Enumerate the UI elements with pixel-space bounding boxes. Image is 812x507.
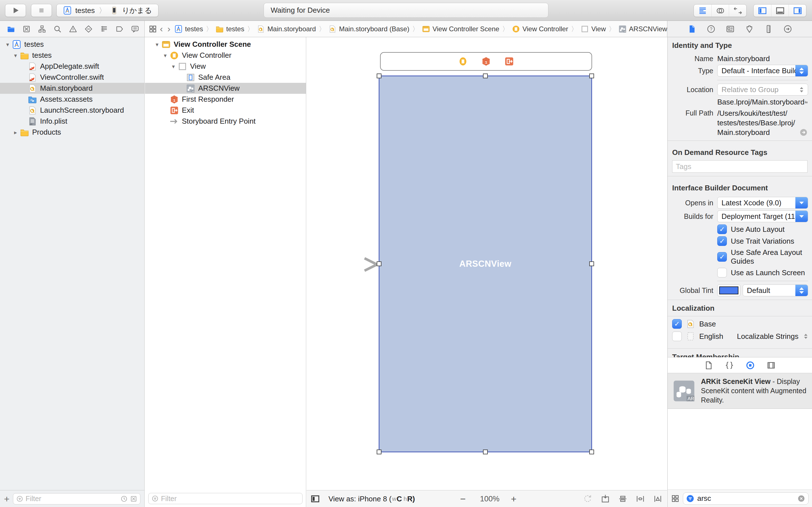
library-grid-toggle[interactable] xyxy=(671,494,679,503)
tree-row[interactable]: Main.storyboard xyxy=(0,83,144,94)
location-popup[interactable]: Relative to Group xyxy=(717,83,808,96)
breadcrumb-item[interactable]: 〉 View Controller Scene xyxy=(409,24,499,34)
global-tint-colorwell[interactable] xyxy=(717,284,741,296)
checkbox[interactable] xyxy=(717,236,727,246)
resize-handle-top-left[interactable] xyxy=(377,73,382,78)
checkbox-item-row[interactable]: Base xyxy=(672,319,808,329)
tags-field[interactable]: Tags xyxy=(672,160,808,173)
tree-row[interactable]: Storyboard Entry Point xyxy=(145,116,306,127)
identity-inspector-icon[interactable] xyxy=(726,24,735,34)
tree-row[interactable]: AppDelegate.swift xyxy=(0,61,144,72)
navigator-filter-field[interactable]: Filter xyxy=(13,493,140,504)
resize-handle-bottom-left[interactable] xyxy=(377,450,382,454)
back-button[interactable]: ‹ xyxy=(160,24,163,34)
outline-toggle-icon[interactable] xyxy=(310,494,320,504)
tree-row[interactable]: Info.plist xyxy=(0,116,144,127)
tree-row[interactable]: First Responder xyxy=(145,94,306,105)
zoom-level[interactable]: 100% xyxy=(473,490,507,507)
disclosure-triangle[interactable]: ▾ xyxy=(169,63,177,70)
source-control-status-icon[interactable] xyxy=(130,495,137,503)
tree-row[interactable]: Assets.xcassets xyxy=(0,94,144,105)
zoom-out-button[interactable]: − xyxy=(455,490,471,507)
media-library-icon[interactable] xyxy=(767,361,776,370)
opens-in-popup[interactable]: Latest Xcode (9.0) xyxy=(717,197,808,209)
disclosure-triangle[interactable]: ▾ xyxy=(11,52,20,59)
reveal-folder-icon[interactable] xyxy=(804,98,808,107)
checkbox[interactable] xyxy=(717,268,727,277)
checkbox-row[interactable]: Use Safe Area Layout Guides xyxy=(717,248,808,266)
size-inspector-icon[interactable] xyxy=(764,24,773,34)
file-inspector-icon[interactable] xyxy=(688,24,696,34)
checkbox[interactable] xyxy=(672,319,682,329)
add-constraints-icon[interactable] xyxy=(636,494,645,504)
checkbox-row[interactable]: Use as Launch Screen xyxy=(717,268,808,277)
global-tint-popup[interactable]: Default xyxy=(743,284,808,296)
breadcrumb-item[interactable]: 〉 Main.storyboard xyxy=(244,24,316,34)
embed-in-stack-icon[interactable] xyxy=(601,494,610,504)
checkbox-row[interactable]: Use Auto Layout xyxy=(717,224,808,234)
forward-button[interactable]: › xyxy=(167,24,170,34)
version-editor-button[interactable] xyxy=(729,4,746,17)
recent-files-icon[interactable] xyxy=(120,495,128,503)
resize-handle-top-right[interactable] xyxy=(589,73,594,78)
toggle-debug-area-button[interactable] xyxy=(771,4,789,17)
stop-button[interactable] xyxy=(31,4,52,17)
resolve-autolayout-icon[interactable] xyxy=(653,494,663,504)
library-search-field[interactable]: arsc xyxy=(683,492,809,505)
builds-for-popup[interactable]: Deployment Target (11.2) xyxy=(717,210,808,222)
tree-row[interactable]: Exit xyxy=(145,105,306,116)
breadcrumb-item[interactable]: 〉 View xyxy=(568,24,606,34)
report-navigator-icon[interactable] xyxy=(131,25,139,33)
attributes-inspector-icon[interactable] xyxy=(745,24,754,34)
name-value[interactable]: Main.storyboard xyxy=(717,54,770,63)
resize-handle-right[interactable] xyxy=(589,262,594,266)
align-icon[interactable] xyxy=(618,494,627,504)
toggle-inspector-button[interactable] xyxy=(789,4,806,17)
tree-row[interactable]: ▾ testes xyxy=(0,39,144,50)
breadcrumb-item[interactable]: 〉 testes xyxy=(174,25,203,33)
storyboard-canvas[interactable]: ARSCNView xyxy=(306,37,667,490)
first-responder-dock-icon[interactable] xyxy=(481,56,491,66)
exit-dock-icon[interactable] xyxy=(504,56,514,66)
issue-navigator-icon[interactable] xyxy=(69,25,77,33)
resize-handle-bottom[interactable] xyxy=(483,450,488,454)
item-value[interactable]: Localizable Strings xyxy=(737,332,799,341)
disclosure-triangle[interactable]: ▾ xyxy=(153,41,161,48)
assistant-editor-button[interactable] xyxy=(711,4,729,17)
disclosure-triangle[interactable]: ▾ xyxy=(3,41,12,48)
outline-filter-field[interactable]: Filter xyxy=(148,493,303,504)
source-control-navigator-icon[interactable] xyxy=(22,25,31,33)
project-navigator-icon[interactable] xyxy=(7,25,15,33)
code-snippet-library-icon[interactable] xyxy=(725,361,734,370)
view-as-control[interactable]: View as: iPhone 8 (wChR) xyxy=(328,490,415,507)
breadcrumb-item[interactable]: 〉 Main.storyboard (Base) xyxy=(316,24,409,34)
checkbox[interactable] xyxy=(717,224,727,234)
resize-handle-top[interactable] xyxy=(483,73,488,78)
breadcrumb-item[interactable]: 〉 ARSCNView xyxy=(606,24,667,34)
symbol-navigator-icon[interactable] xyxy=(38,25,46,33)
breakpoint-navigator-icon[interactable] xyxy=(115,25,124,33)
add-file-button[interactable]: + xyxy=(4,494,10,504)
checkbox[interactable] xyxy=(672,332,682,341)
tree-row[interactable]: ViewController.swift xyxy=(0,72,144,83)
library-item-arkit-scenekit-view[interactable]: ARKit SceneKit View - Display SceneKit c… xyxy=(668,373,812,409)
checkbox-item-row[interactable]: English Localizable Strings xyxy=(672,332,808,341)
view-controller-dock-icon[interactable] xyxy=(458,56,468,66)
update-frames-icon[interactable] xyxy=(583,494,593,504)
tree-row[interactable]: ▸ Products xyxy=(0,127,144,138)
disclosure-triangle[interactable]: ▸ xyxy=(11,129,20,136)
tree-row[interactable]: ▾ testes xyxy=(0,50,144,61)
tree-row[interactable]: ▾ View Controller Scene xyxy=(145,39,306,50)
test-navigator-icon[interactable] xyxy=(84,25,93,33)
checkbox-row[interactable]: Use Trait Variations xyxy=(717,236,808,246)
tree-row[interactable]: ▾ View xyxy=(145,61,306,72)
file-template-library-icon[interactable] xyxy=(704,361,713,370)
connections-inspector-icon[interactable] xyxy=(783,24,792,34)
checkbox[interactable] xyxy=(717,252,727,262)
standard-editor-button[interactable] xyxy=(694,4,711,17)
zoom-in-button[interactable]: + xyxy=(505,490,522,507)
open-path-arrow-icon[interactable] xyxy=(799,128,808,137)
breadcrumb-item[interactable]: 〉 testes xyxy=(203,24,244,34)
tree-row[interactable]: ARSCNView xyxy=(145,83,306,94)
find-navigator-icon[interactable] xyxy=(53,25,62,33)
